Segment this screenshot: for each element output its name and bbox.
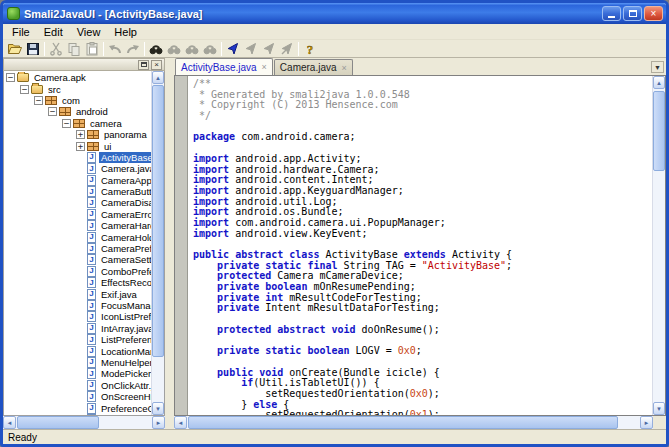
expand-icon[interactable]: + [76,130,85,139]
scrollbar-thumb[interactable] [188,416,618,429]
tree-item-label: CameraButtonIn [99,186,151,197]
code-editor[interactable]: /** * Generated by smali2java 1.0.0.548 … [189,76,652,415]
tree-item-modepicker-java[interactable]: JModePicker.java [4,368,151,379]
tree-item-label: Camera.apk [32,72,88,83]
tree-item-panorama[interactable]: +panorama [4,129,151,140]
scroll-right-button[interactable]: ► [640,416,653,429]
collapse-icon[interactable]: − [34,96,43,105]
tree-item-camerabuttonin[interactable]: JCameraButtonIn [4,186,151,197]
collapse-icon[interactable]: − [20,85,29,94]
scroll-down-button[interactable]: ▼ [152,402,164,415]
menu-file[interactable]: File [5,25,37,39]
tab-activitybase-java[interactable]: ActivityBase.java× [175,58,273,75]
collapse-icon[interactable]: − [48,107,57,116]
keyword-token: protected [217,270,271,281]
close-button[interactable]: × [644,6,663,21]
tree-item-label: ActivityBase.jav [99,152,151,163]
panel-splitter[interactable] [165,58,174,429]
tree-item-focusmanager-j[interactable]: JFocusManager.j [4,300,151,311]
scrollbar-thumb[interactable] [653,91,665,171]
java-icon: J [87,175,96,186]
editor-vertical-scrollbar[interactable]: ▲ ▼ [652,76,665,415]
tree-item-cameraerrorcall[interactable]: JCameraErrorCall [4,209,151,220]
tree-item-effectsrecorder[interactable]: JEffectsRecorder [4,277,151,288]
tree-item-cameraholder-j[interactable]: JCameraHolder.j [4,231,151,242]
close-panel-button[interactable]: × [151,60,162,70]
menu-view[interactable]: View [70,25,108,39]
java-icon: J [87,334,96,345]
window-controls: × [602,6,663,21]
tree-vertical-scrollbar[interactable]: ▲ ▼ [151,71,164,415]
open-file-button[interactable] [6,40,24,57]
tree-item-label: CameraErrorCall [99,209,151,220]
scroll-up-button[interactable]: ▲ [653,76,665,89]
keyword-token: private static boolean [217,345,349,356]
decompile-button[interactable] [224,40,242,57]
tree-item-camerahardwar[interactable]: JCameraHardwar [4,220,151,231]
package-icon [59,107,71,116]
tree-item-label: panorama [102,129,149,140]
code-token [193,270,217,281]
code-line: * Copyright (C) 2013 Hensence.com [193,100,652,111]
tree-item-intarray-java[interactable]: JIntArray.java [4,323,151,334]
scroll-left-button[interactable]: ◄ [3,416,16,429]
tree-item-ui[interactable]: +ui [4,140,151,151]
maximize-button[interactable] [623,6,642,21]
collapse-icon[interactable]: − [6,73,15,82]
tab-list-dropdown-button[interactable]: ▼ [651,61,664,73]
tree-item-iconlistpreferer[interactable]: JIconListPreferer [4,311,151,322]
tab-label: ActivityBase.java [181,62,257,73]
tree-item-preferenceinflat[interactable]: JPreferenceInflat [4,414,151,415]
tree-item-cameraappimpl[interactable]: JCameraAppImpl [4,175,151,186]
code-token: setRequestedOrientation( [193,388,410,399]
expand-icon[interactable]: + [76,142,85,151]
tree-item-label: CameraDisabled [99,197,151,208]
code-token: com.android.camera; [235,131,355,142]
tree-item-label: src [46,84,63,95]
find-button[interactable] [147,40,165,57]
tree-item-camerasettings[interactable]: JCameraSettings [4,254,151,265]
tree-item-activitybase-jav[interactable]: JActivityBase.jav [4,152,151,163]
tree-item-camera-apk[interactable]: −Camera.apk [4,72,151,83]
title-bar: Smali2JavaUI - [ActivityBase.java] × [3,3,666,24]
save-button[interactable] [24,40,42,57]
tree-item-src[interactable]: −src [4,83,151,94]
tree-item-preferencegrou[interactable]: JPreferenceGrou [4,402,151,413]
open-file-icon [7,41,23,57]
tree-item-locationmanag[interactable]: JLocationManag [4,345,151,356]
float-panel-button[interactable] [138,60,149,70]
tree-item-cameradisabled[interactable]: JCameraDisabled [4,197,151,208]
help-button[interactable]: ? [301,40,319,57]
tree-item-camera[interactable]: −camera [4,118,151,129]
tree-horizontal-scrollbar[interactable]: ◄ ► [3,416,165,429]
collapse-icon[interactable]: − [62,119,71,128]
tree-item-menuhelper-jav[interactable]: JMenuHelper.jav [4,357,151,368]
editor-horizontal-scrollbar[interactable]: ◄ ► [174,416,666,429]
tree-item-exif-java[interactable]: JExif.java [4,288,151,299]
minimize-button[interactable] [602,6,621,21]
tree-item-label: MenuHelper.jav [99,357,151,368]
scroll-down-button[interactable]: ▼ [653,402,665,415]
scroll-right-button[interactable]: ► [152,416,165,429]
tree-item-label: CameraPreferer [99,243,151,254]
tree-item-onclickattr-java[interactable]: JOnClickAttr.java [4,380,151,391]
scrollbar-thumb[interactable] [152,85,164,357]
java-icon: J [87,152,96,163]
scroll-up-button[interactable]: ▲ [152,71,164,84]
tab-close-icon[interactable]: × [342,63,347,73]
tab-camera-java[interactable]: Camera.java× [274,59,353,75]
scrollbar-thumb[interactable] [17,416,99,429]
scroll-left-button[interactable]: ◄ [174,416,187,429]
tree-item-com[interactable]: −com [4,95,151,106]
tab-close-icon[interactable]: × [262,62,267,72]
keyword-token: import [193,228,229,239]
tree-item-combopreferen[interactable]: JComboPreferen [4,266,151,277]
tree-item-android[interactable]: −android [4,106,151,117]
tree-item-camera-java[interactable]: JCamera.java [4,163,151,174]
tree-item-camerapreferer[interactable]: JCameraPreferer [4,243,151,254]
tree-item-listpreference-j[interactable]: JListPreference.j [4,334,151,345]
tree-item-label: ModePicker.java [99,368,151,379]
menu-edit[interactable]: Edit [37,25,70,39]
tree-item-onscreenhint-j[interactable]: JOnScreenHint.j [4,391,151,402]
menu-help[interactable]: Help [107,25,144,39]
